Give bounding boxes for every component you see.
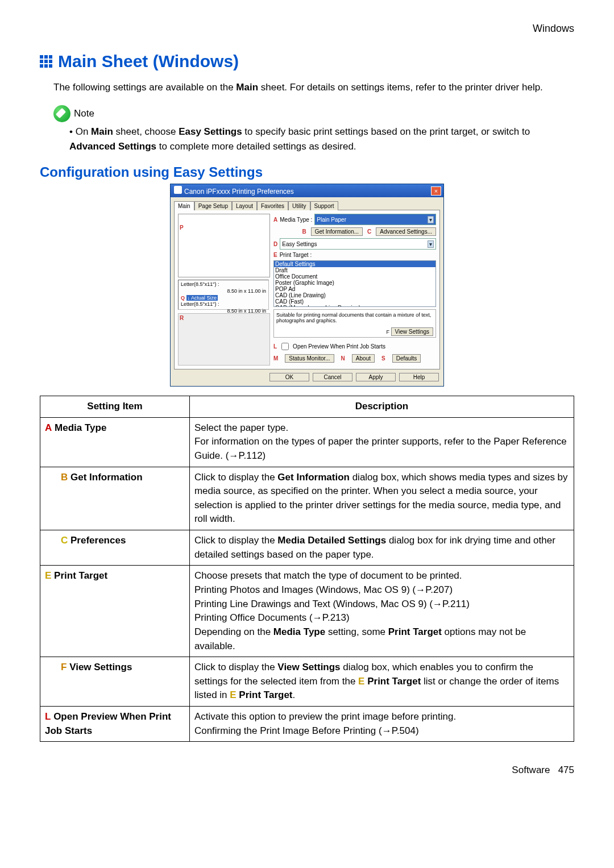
tab-favorites[interactable]: Favorites: [257, 201, 288, 210]
dialog-printing-preferences: Canon iPFxxxx Printing Preferences × Mai…: [170, 184, 444, 387]
table-row: E Print Target Choose presets that match…: [40, 566, 574, 657]
status-monitor-button[interactable]: Status Monitor...: [285, 354, 334, 363]
note-label: Note: [74, 108, 94, 119]
defaults-button[interactable]: Defaults: [392, 354, 421, 363]
section-icon: [40, 55, 52, 68]
tab-strip: Main Page Setup Layout Favorites Utility…: [171, 197, 443, 210]
chevron-down-icon: ▾: [428, 216, 434, 223]
cancel-button[interactable]: Cancel: [313, 373, 352, 381]
apply-button[interactable]: Apply: [356, 373, 396, 381]
col-setting-item: Setting Item: [40, 396, 190, 417]
page-title: Main Sheet (Windows): [58, 52, 239, 71]
tab-layout[interactable]: Layout: [232, 201, 257, 210]
table-row: A Media Type Select the paper type. For …: [40, 417, 574, 467]
table-row: C Preferences Click to display the Media…: [40, 530, 574, 566]
app-icon: [174, 186, 182, 194]
tab-main[interactable]: Main: [174, 201, 194, 210]
category-label: Windows: [40, 23, 574, 35]
advanced-settings-button[interactable]: Advanced Settings...: [376, 227, 436, 236]
chevron-down-icon: ▾: [428, 240, 434, 248]
open-preview-label: Open Preview When Print Job Starts: [293, 343, 385, 350]
source-size: Letter(8.5"x11") : 8.50 in x 11.00 in Q …: [178, 280, 269, 310]
target-description: Suitable for printing normal documents t…: [273, 309, 436, 338]
table-row: B Get Information Click to display the G…: [40, 467, 574, 530]
media-type-select[interactable]: Plain Paper▾: [314, 214, 436, 225]
media-type-label: Media Type :: [280, 217, 312, 223]
dialog-title: Canon iPFxxxx Printing Preferences: [184, 188, 294, 196]
about-button[interactable]: About: [352, 354, 375, 363]
intro-text: The following settings are available on …: [53, 80, 574, 95]
close-icon[interactable]: ×: [431, 186, 441, 196]
tab-utility[interactable]: Utility: [288, 201, 310, 210]
page-preview: P: [178, 214, 270, 277]
open-preview-checkbox[interactable]: [281, 343, 289, 350]
print-target-list[interactable]: Default Settings Draft Office Document P…: [273, 260, 436, 307]
print-target-label: Print Target :: [280, 252, 312, 258]
table-row: L Open Preview When Print Job Starts Act…: [40, 707, 574, 742]
tab-support[interactable]: Support: [310, 201, 338, 210]
get-information-button[interactable]: Get Information...: [311, 227, 363, 236]
ok-button[interactable]: OK: [269, 373, 309, 381]
tab-page-setup[interactable]: Page Setup: [194, 201, 232, 210]
note-icon: [53, 105, 70, 122]
page-footer: Software 475: [40, 765, 574, 776]
table-row: F View Settings Click to display the Vie…: [40, 657, 574, 707]
col-description: Description: [189, 396, 574, 417]
section-heading: Conﬁguration using Easy Settings: [40, 164, 574, 180]
printer-preview: R: [178, 313, 270, 366]
note-body: • On Main sheet, choose Easy Settings to…: [69, 124, 574, 155]
view-settings-button[interactable]: View Settings: [391, 327, 433, 336]
help-button[interactable]: Help: [399, 373, 439, 381]
settings-table: Setting Item Description A Media Type Se…: [40, 396, 574, 742]
easy-settings-select[interactable]: Easy Settings▾: [280, 238, 436, 250]
